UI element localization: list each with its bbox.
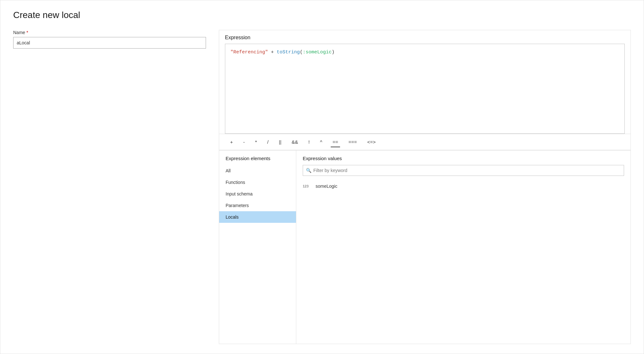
elements-title: Expression elements <box>219 156 296 165</box>
code-op: + <box>268 50 277 55</box>
op-btn-or[interactable]: || <box>274 137 287 147</box>
filter-input[interactable] <box>303 165 624 176</box>
element-item-locals[interactable]: Locals <box>219 211 296 223</box>
filter-input-wrapper: 🔍 <box>303 165 624 176</box>
code-func: toString <box>277 50 300 55</box>
op-btn-eq[interactable]: == <box>327 137 344 147</box>
expression-label: Expression <box>219 30 631 44</box>
op-btn-plus[interactable]: + <box>225 137 238 147</box>
expression-section: Expression "Referencing" + toString(:som… <box>219 30 631 134</box>
code-paren-open: ( <box>300 50 303 55</box>
op-btn-multiply[interactable]: * <box>250 137 262 147</box>
name-input[interactable] <box>13 37 206 49</box>
op-btn-lte_gte[interactable]: <=> <box>362 137 381 147</box>
op-btn-not[interactable]: ! <box>303 137 315 147</box>
elements-panel: Expression elements AllFunctionsInput sc… <box>219 150 296 344</box>
code-arg: :someLogic <box>303 50 332 55</box>
op-btn-caret[interactable]: ^ <box>315 137 327 147</box>
element-item-parameters[interactable]: Parameters <box>219 200 296 211</box>
page-title: Create new local <box>13 10 631 20</box>
op-btn-minus[interactable]: - <box>238 137 250 147</box>
value-item-someLogic[interactable]: 123someLogic <box>303 181 624 191</box>
values-title: Expression values <box>303 156 624 161</box>
element-item-all[interactable]: All <box>219 165 296 177</box>
values-panel: Expression values 🔍 123someLogic <box>296 150 631 344</box>
code-paren-close: ) <box>332 50 335 55</box>
value-name: someLogic <box>316 184 337 189</box>
value-badge: 123 <box>303 184 312 188</box>
values-list: 123someLogic <box>303 181 624 191</box>
right-panel: Expression "Referencing" + toString(:som… <box>219 30 631 344</box>
bottom-section: Expression elements AllFunctionsInput sc… <box>219 150 631 344</box>
op-btn-and[interactable]: && <box>287 137 303 147</box>
main-layout: Name * Expression "Referencing" + toStri… <box>13 30 631 344</box>
name-field-label: Name * <box>13 30 206 35</box>
code-string: "Referencing" <box>230 50 268 55</box>
elements-list: AllFunctionsInput schemaParametersLocals <box>219 165 296 223</box>
element-item-input-schema[interactable]: Input schema <box>219 188 296 200</box>
page-container: Create new local Name * Expression "Refe… <box>0 0 644 354</box>
op-btn-strict_eq[interactable]: === <box>343 137 362 147</box>
expression-editor[interactable]: "Referencing" + toString(:someLogic) <box>225 44 625 134</box>
search-icon: 🔍 <box>306 168 311 173</box>
operators-bar: +-*/||&&!^=====<=> <box>219 134 631 150</box>
op-btn-divide[interactable]: / <box>262 137 274 147</box>
left-panel: Name * <box>13 30 206 344</box>
element-item-functions[interactable]: Functions <box>219 177 296 188</box>
required-star: * <box>26 30 28 35</box>
